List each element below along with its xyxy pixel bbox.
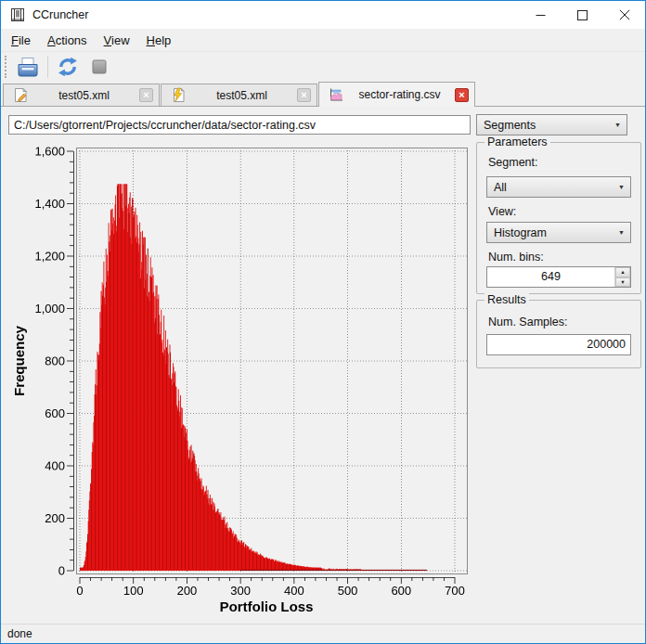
minimize-icon [536, 10, 546, 20]
toolbar-separator [47, 56, 48, 78]
tab-sector-rating-analysis[interactable]: sector-rating.csv × [318, 82, 475, 107]
tab-close-button[interactable]: × [455, 88, 469, 102]
status-bar: done [1, 624, 645, 643]
view-label: View: [488, 205, 516, 218]
app-window: CCruncher File Actions View Help [0, 0, 646, 644]
mode-select-combobox[interactable]: Segments ▼ [476, 114, 627, 135]
mode-select-value: Segments [484, 119, 536, 132]
segment-label: Segment: [488, 156, 538, 169]
document-edit-icon [12, 87, 29, 103]
close-button[interactable] [603, 1, 645, 29]
view-value: Histogram [494, 226, 547, 239]
maximize-icon [577, 10, 588, 20]
tab-label: test05.xml [187, 89, 297, 102]
tab-label: sector-rating.csv [344, 88, 455, 101]
refresh-icon [57, 56, 79, 78]
tool-bar [1, 51, 645, 82]
document-execute-icon [170, 87, 187, 103]
segment-value: All [494, 181, 507, 194]
analysis-pane: Segments ▼ Parameters Segment: All ▼ Vie… [1, 107, 645, 624]
num-samples-field[interactable]: 200000 [486, 334, 631, 355]
tab-test05-editor[interactable]: test05.xml × [3, 84, 160, 106]
tab-label: test05.xml [29, 89, 139, 102]
num-samples-label: Num. Samples: [488, 316, 567, 328]
num-bins-label: Num. bins: [488, 251, 544, 264]
toolbar-drag-handle[interactable] [5, 56, 9, 78]
minimize-button[interactable] [520, 1, 562, 29]
file-path-input[interactable] [8, 115, 471, 135]
window-title: CCruncher [32, 8, 88, 21]
menu-view[interactable]: View [96, 31, 138, 50]
tab-bar: test05.xml × test05.xml × sector-rating.… [1, 82, 645, 107]
menu-file[interactable]: File [3, 31, 39, 50]
title-bar: CCruncher [1, 1, 645, 29]
spin-up-button[interactable]: ▲ [615, 267, 630, 277]
tab-close-button[interactable]: × [297, 88, 311, 102]
num-bins-spinbox[interactable]: 649 ▲ ▼ [486, 266, 631, 288]
chevron-down-icon: ▼ [614, 122, 621, 128]
open-file-button[interactable] [14, 54, 42, 80]
tab-close-button[interactable]: × [139, 88, 153, 102]
menu-bar: File Actions View Help [1, 29, 645, 51]
stop-icon [88, 56, 110, 78]
maximize-button[interactable] [562, 1, 603, 29]
refresh-button[interactable] [54, 54, 82, 80]
results-group: Results Num. Samples: 200000 [476, 300, 641, 368]
tab-test05-simulation[interactable]: test05.xml × [161, 84, 317, 106]
parameters-group-title: Parameters [484, 135, 550, 148]
segment-combobox[interactable]: All ▼ [486, 176, 631, 198]
portfolio-loss-histogram-canvas [2, 140, 473, 623]
num-bins-value: 649 [487, 267, 614, 287]
open-file-icon [16, 56, 40, 79]
status-text: done [7, 627, 32, 640]
menu-actions[interactable]: Actions [39, 31, 96, 50]
chevron-down-icon: ▼ [618, 229, 625, 236]
analysis-chart-icon [328, 87, 344, 103]
spin-buttons: ▲ ▼ [614, 267, 630, 287]
app-icon [10, 7, 25, 22]
menu-help[interactable]: Help [138, 31, 180, 50]
results-group-title: Results [484, 293, 529, 306]
parameters-group: Parameters Segment: All ▼ View: Histogra… [476, 142, 641, 294]
close-icon [619, 9, 630, 20]
stop-button[interactable] [85, 54, 113, 80]
chevron-down-icon: ▼ [618, 184, 625, 190]
view-combobox[interactable]: Histogram ▼ [486, 222, 631, 243]
spin-down-button[interactable]: ▼ [615, 277, 630, 288]
